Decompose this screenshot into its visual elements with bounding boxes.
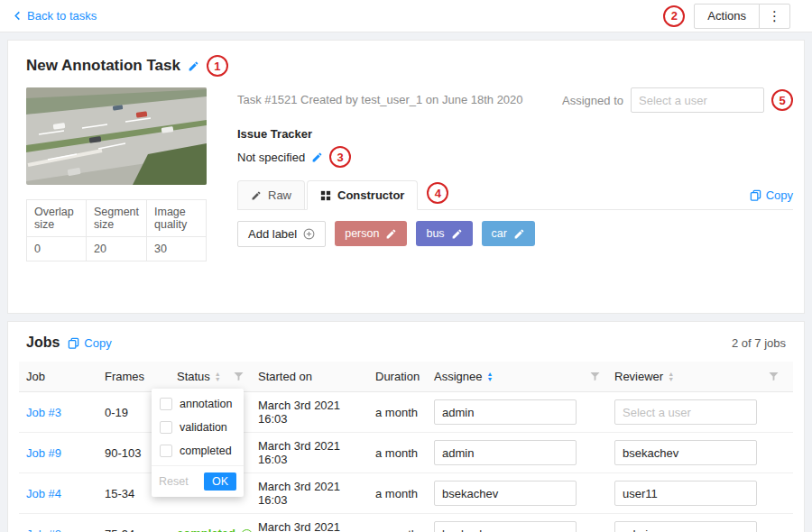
copy-labels-link[interactable]: Copy [750, 188, 793, 202]
sort-reviewer-icon[interactable]: ▲▼ [668, 371, 674, 381]
assigned-to-label: Assigned to [562, 94, 623, 107]
edit-label-car-icon[interactable] [513, 228, 525, 240]
back-to-tasks-label: Back to tasks [27, 9, 97, 23]
edit-task-name-icon[interactable] [188, 60, 199, 72]
param-value-quality: 30 [147, 237, 207, 261]
tab-constructor[interactable]: Constructor [307, 180, 418, 210]
label-chip-bus-name: bus [426, 227, 444, 240]
filter-reset-button[interactable]: Reset [159, 475, 189, 488]
actions-button[interactable]: Actions [694, 4, 760, 29]
edit-label-bus-icon[interactable] [451, 228, 463, 240]
jobs-table-header-row: Job Frames Status ▲▼ Started on Duration… [19, 362, 793, 392]
job-link[interactable]: Job #4 [26, 487, 61, 500]
started-cell: March 3rd 2021 16:03 [258, 514, 375, 532]
column-header-reviewer: Reviewer ▲▼ [614, 362, 793, 392]
job-row-4: Job #4 15-34 March 3rd 2021 16:03 a mont… [19, 473, 793, 514]
jobs-card: Jobs Copy 2 of 7 jobs Job Frames Status … [7, 321, 805, 532]
column-header-frames: Frames [105, 362, 177, 392]
assignee-input[interactable] [434, 481, 577, 506]
column-header-status-label: Status [177, 370, 210, 383]
sort-status-icon[interactable]: ▲▼ [215, 371, 221, 381]
pencil-icon [251, 190, 262, 201]
column-header-assignee: Assignee ▲▼ [434, 362, 614, 392]
label-chip-car[interactable]: car [482, 221, 535, 246]
reviewer-input[interactable] [614, 521, 757, 532]
copy-jobs-link[interactable]: Copy [68, 336, 111, 350]
tab-raw[interactable]: Raw [237, 180, 305, 209]
checkbox-completed[interactable] [160, 445, 172, 457]
issue-tracker-label: Issue Tracker [237, 127, 793, 141]
constructor-icon [320, 190, 331, 201]
callout-3: 3 [329, 146, 351, 168]
jobs-table: Job Frames Status ▲▼ Started on Duration… [19, 362, 793, 532]
duration-cell: a month [375, 473, 434, 514]
task-preview-thumbnail [26, 87, 207, 185]
kebab-menu-icon: ⋮ [768, 8, 781, 24]
sort-assignee-icon[interactable]: ▲▼ [486, 371, 493, 381]
tab-raw-label: Raw [268, 188, 291, 202]
filter-option-completed-label: completed [180, 445, 232, 457]
param-header-quality: Image quality [147, 200, 207, 237]
label-chip-person-name: person [345, 227, 379, 240]
duration-cell: a month [375, 392, 434, 433]
back-to-tasks-link[interactable]: Back to tasks [13, 9, 97, 23]
assignee-input[interactable] [434, 440, 577, 465]
column-header-reviewer-label: Reviewer [614, 370, 663, 383]
actions-button-group: Actions ⋮ [694, 4, 790, 29]
param-value-segment: 20 [86, 237, 146, 261]
checkbox-annotation[interactable] [160, 398, 172, 410]
filter-option-validation[interactable]: validation [152, 416, 244, 439]
filter-option-completed[interactable]: completed [152, 439, 244, 463]
duration-cell: a month [375, 433, 434, 473]
label-chip-car-name: car [492, 227, 507, 240]
reviewer-input[interactable] [614, 440, 757, 465]
label-chip-person[interactable]: person [335, 221, 407, 246]
filter-status-icon[interactable] [234, 371, 244, 381]
filter-assignee-icon[interactable] [590, 371, 600, 381]
chevron-left-icon [13, 11, 23, 21]
job-row-9: Job #9 90-103 March 3rd 2021 16:03 a mon… [19, 433, 793, 473]
status-cell: completed? [177, 514, 258, 532]
callout-1: 1 [207, 55, 228, 77]
edit-label-person-icon[interactable] [385, 228, 397, 240]
task-details-card: New Annotation Task 1 [7, 40, 805, 314]
job-link[interactable]: Job #3 [26, 406, 61, 419]
callout-2: 2 [663, 5, 685, 27]
label-chip-bus[interactable]: bus [416, 221, 472, 246]
filter-reviewer-icon[interactable] [769, 371, 779, 381]
filter-ok-button[interactable]: OK [204, 472, 236, 491]
job-link[interactable]: Job #8 [26, 527, 61, 532]
copy-labels-label: Copy [766, 188, 793, 202]
task-assignee-input[interactable] [631, 87, 764, 113]
status-filter-dropdown: annotation validation completed Reset OK [152, 389, 244, 497]
reviewer-input[interactable] [614, 481, 757, 506]
assignee-input[interactable] [434, 399, 577, 425]
task-meta-text: Task #1521 Created by test_user_1 on Jun… [237, 87, 523, 106]
started-cell: March 3rd 2021 16:03 [258, 433, 375, 473]
copy-icon [68, 337, 79, 349]
reviewer-input[interactable] [614, 399, 757, 425]
top-navigation-bar: Back to tasks 2 Actions ⋮ [0, 0, 812, 32]
column-header-assignee-label: Assignee [434, 370, 482, 383]
callout-4: 4 [427, 182, 448, 204]
status-completed-label: completed [177, 527, 235, 532]
column-header-status: Status ▲▼ [177, 362, 258, 392]
actions-menu-button[interactable]: ⋮ [759, 4, 790, 29]
checkbox-validation[interactable] [160, 421, 172, 434]
assignee-input[interactable] [434, 521, 577, 532]
plus-circle-icon [303, 228, 315, 240]
callout-5: 5 [771, 89, 793, 111]
jobs-title: Jobs [26, 335, 60, 351]
add-label-button[interactable]: Add label [237, 221, 326, 247]
column-header-started-on: Started on [258, 362, 375, 392]
param-header-segment: Segment size [86, 200, 146, 237]
edit-issue-tracker-icon[interactable] [311, 151, 323, 163]
started-cell: March 3rd 2021 16:03 [258, 392, 375, 433]
labels-tabs-bar: Raw Constructor 4 Copy [237, 180, 793, 210]
started-cell: March 3rd 2021 16:03 [258, 473, 375, 514]
task-parameters-table: Overlap size Segment size Image quality … [26, 199, 207, 261]
filter-option-annotation[interactable]: annotation [152, 392, 244, 416]
frames-cell: 75-94 [105, 514, 177, 532]
column-header-job: Job [19, 362, 105, 392]
job-link[interactable]: Job #9 [26, 446, 61, 460]
